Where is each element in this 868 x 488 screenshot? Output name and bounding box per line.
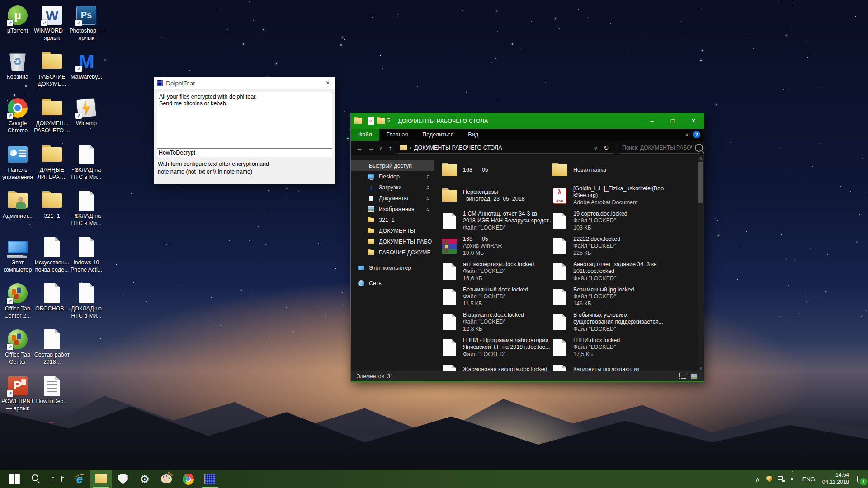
minimize-button[interactable]: − xyxy=(642,113,662,129)
refresh-icon[interactable]: ↻ xyxy=(601,145,611,151)
desktop-icon[interactable]: ↗Winamp xyxy=(67,97,106,127)
desktop-icon[interactable]: Этот компьютер xyxy=(0,236,37,273)
new-folder-icon[interactable] xyxy=(377,118,385,124)
desktop-icon[interactable]: ОБОСНОВ... xyxy=(33,282,71,313)
desktop-icon[interactable]: ↗POWERPNT — ярлык xyxy=(0,375,37,412)
desktop-icon[interactable]: HowToDec... xyxy=(33,375,71,405)
file-item[interactable]: 168___05 xyxy=(440,159,552,182)
forward-icon[interactable]: → xyxy=(366,144,376,152)
file-item[interactable]: Катиониты поглощают израстворов положите… xyxy=(551,361,696,371)
back-icon[interactable]: ← xyxy=(354,144,364,152)
file-item[interactable]: 22222.docx.lockedФайл "LOCKED"225 КБ xyxy=(551,235,696,258)
file-item[interactable]: 19 сортов.doc.lockedФайл "LOCKED"103 КБ xyxy=(551,209,696,233)
desktop-icon[interactable]: indows 10 Phone Acti... xyxy=(67,236,106,273)
file-item[interactable]: 1 СМ Аннотац. отчет 34-3 кв.2018-ИЭБ НАН… xyxy=(440,209,552,233)
maximize-button[interactable]: □ xyxy=(662,113,683,129)
language-indicator[interactable]: ENG xyxy=(799,476,819,483)
folder-icon[interactable] xyxy=(354,118,362,124)
chrome-button[interactable] xyxy=(177,470,199,488)
sidebar-item[interactable]: ДОКУМЕНТЫ РАБО xyxy=(351,236,434,247)
desktop-icon[interactable]: ↗Photoshop — ярлык xyxy=(67,5,106,42)
desktop-icon[interactable]: РАБОЧИЕ ДОКУМЕ... xyxy=(33,51,71,88)
desktop-icon[interactable]: Искусствен... почва соде... xyxy=(33,236,71,273)
help-icon[interactable]: ? xyxy=(693,131,700,138)
tab-вид[interactable]: Вид xyxy=(461,129,486,141)
clock[interactable]: 14:54 04.11.2018 xyxy=(819,472,853,486)
desktop-icon[interactable]: Состав работ 2018... xyxy=(33,328,71,366)
desktop-icon[interactable]: ДОКЛАД на НТС в Ми... xyxy=(67,282,106,319)
desktop-icon[interactable]: Панель управления xyxy=(0,144,37,181)
security-shield-icon[interactable] xyxy=(764,470,775,488)
defender-button[interactable] xyxy=(112,470,134,488)
ransom-message-textarea[interactable]: All your files encrypted with delphi tea… xyxy=(157,92,332,150)
file-item[interactable]: ГПНИ - Программа лабораторииЯнчевской Т.… xyxy=(440,336,552,359)
file-explorer-button[interactable] xyxy=(90,470,112,488)
breadcrumb[interactable]: › ДОКУМЕНТЫ РАБОЧЕГО СТОЛА ∨ ↻ xyxy=(397,142,614,154)
desktop-icon[interactable]: ↗Malwareby... xyxy=(67,51,106,81)
paint-button[interactable] xyxy=(156,470,177,488)
desktop-icon[interactable]: ~$КЛАД на НТС в Ми... xyxy=(67,144,106,181)
desktop-icon[interactable]: ↗Office Tab Center xyxy=(0,328,37,366)
network-icon[interactable] xyxy=(775,470,787,488)
delphitear-button[interactable] xyxy=(199,470,221,488)
sidebar-item[interactable]: Изображения xyxy=(351,204,434,215)
internet-explorer-button[interactable] xyxy=(69,470,90,488)
desktop-icon[interactable]: Админист... xyxy=(0,190,37,220)
tab-поделиться[interactable]: Поделиться xyxy=(415,129,461,141)
sidebar-item[interactable]: Документы xyxy=(351,193,434,204)
customize-toolbar-chevron-icon[interactable]: ∨ xyxy=(387,118,391,123)
scroll-up-icon[interactable]: ∧ xyxy=(698,156,704,160)
sidebar-item[interactable]: Быстрый доступ xyxy=(351,160,434,171)
sidebar-item[interactable]: ДОКУМЕНТЫ xyxy=(351,225,434,236)
tab-главная[interactable]: Главная xyxy=(379,129,415,141)
large-icons-view-icon[interactable] xyxy=(690,373,698,380)
file-item[interactable]: Новая папка xyxy=(551,159,696,182)
recent-locations-chevron-icon[interactable]: ∨ xyxy=(378,145,383,150)
action-center-button[interactable]: 1 xyxy=(853,470,868,488)
scroll-down-icon[interactable]: ∨ xyxy=(698,366,704,371)
scrollbar-thumb[interactable] xyxy=(698,162,703,203)
note-name-input[interactable] xyxy=(157,148,332,157)
file-item[interactable]: [Goldin_L.L.]_Fizika_uskoritelei(BookSee… xyxy=(551,184,696,207)
sidebar-item[interactable]: Desktop xyxy=(351,171,434,182)
task-view-button[interactable] xyxy=(47,470,69,488)
desktop-icon[interactable]: ↗Google Chrome xyxy=(0,97,37,134)
sidebar-item[interactable]: Сеть xyxy=(351,278,434,289)
desktop-icon[interactable]: ~$КЛАД на НТС в Ми... xyxy=(67,190,106,227)
desktop-icon[interactable]: ДАННЫЕ ЛИТЕРАТ... xyxy=(33,144,71,181)
file-item[interactable]: В варианте.docx.lockedФайл "LOCKED"12,8 … xyxy=(440,310,552,334)
sidebar-item[interactable]: 321_1 xyxy=(351,215,434,225)
desktop-icon[interactable]: ↗WINWORD — ярлык xyxy=(33,5,71,42)
file-item[interactable]: Безымянный.jpg.lockedФайл "LOCKED"146 КБ xyxy=(551,285,696,309)
file-item[interactable]: ГПНИ.docx.lockedФайл "LOCKED"17,5 КБ xyxy=(551,336,696,359)
hidden-icons-chevron-icon[interactable]: ∧ xyxy=(752,470,764,488)
file-item[interactable]: Жасмоновая кислота.doc.lockedФайл "LOCKE… xyxy=(440,361,552,371)
desktop-icon[interactable]: 321_1 xyxy=(33,190,71,220)
file-item[interactable]: акт экспертизы.docx.lockedФайл "LOCKED"1… xyxy=(440,260,552,283)
file-item[interactable]: В обычных условияхсуществования поддержи… xyxy=(551,310,696,334)
desktop-icon[interactable]: ДОКУМЕН... РАБОЧЕГО ... xyxy=(33,97,71,134)
volume-icon[interactable] xyxy=(787,470,799,488)
dialog-close-icon[interactable]: × xyxy=(323,79,332,87)
desktop-icon[interactable]: ↗Office Tab Center 2... xyxy=(0,282,37,319)
expand-ribbon-chevron-icon[interactable]: ∨ xyxy=(685,132,689,138)
details-view-icon[interactable] xyxy=(679,373,686,380)
search-button[interactable] xyxy=(25,470,47,488)
sidebar-item[interactable]: РАБОЧИЕ ДОКУМЕ xyxy=(351,247,434,258)
search-box[interactable] xyxy=(619,142,700,154)
file-item[interactable]: Пероксидазы_виноград_23_05_2018 xyxy=(440,184,552,207)
desktop-icon[interactable]: Корзина xyxy=(0,51,37,81)
file-item[interactable]: Аннотац.отчет_задание 34_3 кв2018.doc.lo… xyxy=(551,260,696,283)
up-icon[interactable]: ↑ xyxy=(385,144,395,152)
file-item[interactable]: 168___05Архив WinRAR10,0 МБ xyxy=(440,235,552,258)
search-input[interactable] xyxy=(619,145,695,151)
sidebar-item[interactable]: Загрузки xyxy=(351,182,434,193)
settings-button[interactable]: ⚙ xyxy=(134,470,156,488)
vertical-scrollbar[interactable]: ∧ ∨ xyxy=(698,155,704,371)
tab-файл[interactable]: Файл xyxy=(351,129,379,141)
start-button[interactable] xyxy=(4,470,25,488)
properties-icon[interactable] xyxy=(368,117,374,125)
file-item[interactable]: Безымянный.docx.lockedФайл "LOCKED"11,5 … xyxy=(440,285,552,309)
sidebar-item[interactable]: Этот компьютер xyxy=(351,263,434,273)
address-dropdown-chevron-icon[interactable]: ∨ xyxy=(593,145,599,150)
